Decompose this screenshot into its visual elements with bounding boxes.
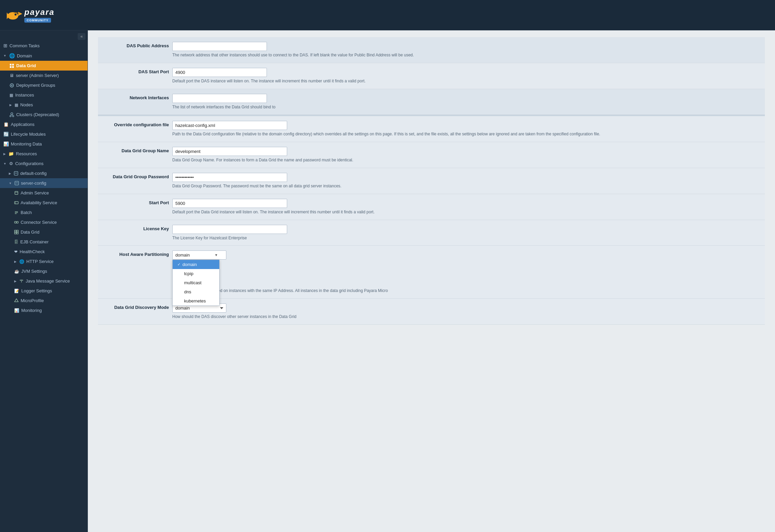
input-data-grid-group-password[interactable] bbox=[172, 173, 287, 182]
sidebar-item-jvm-settings[interactable]: ☕ JVM Settings bbox=[0, 266, 88, 276]
input-das-start-port[interactable] bbox=[172, 68, 267, 77]
sidebar-item-deployment-groups[interactable]: Deployment Groups bbox=[0, 80, 88, 90]
datagrid2-icon bbox=[14, 230, 19, 234]
dropdown-option-domain[interactable]: ✓ domain bbox=[173, 260, 219, 269]
sidebar-item-server-config[interactable]: ▼ server-config bbox=[0, 178, 88, 188]
host-aware-partitioning-dropdown-list: ✓ domain tcpip multicast bbox=[172, 260, 220, 306]
sidebar-item-data-grid[interactable]: Data Grid bbox=[0, 61, 88, 71]
logo-text: payara COMMUNITY bbox=[7, 7, 54, 23]
input-network-interfaces[interactable] bbox=[172, 94, 267, 103]
sidebar-item-java-message-service[interactable]: ▶ Java Message Service bbox=[0, 276, 88, 286]
brand-name: payara bbox=[24, 7, 54, 17]
field-area-data-grid-group-password: Data Grid Group Password. The password m… bbox=[172, 173, 761, 189]
config-item-icon bbox=[14, 171, 18, 176]
form-row-data-grid-group-name: Data Grid Group Name Data Grid Group Nam… bbox=[98, 142, 765, 168]
label-das-public-address: DAS Public Address bbox=[98, 42, 172, 48]
main-layout: « ⊞ Common Tasks ▼ 🌐 Domain Data Grid 🖥 … bbox=[0, 30, 775, 532]
form-row-override-config: Override configuration file Path to the … bbox=[98, 116, 765, 142]
sidebar-item-default-config[interactable]: ▶ default-config bbox=[0, 168, 88, 178]
batch-icon bbox=[14, 210, 19, 215]
sidebar-item-admin-service[interactable]: Admin Service bbox=[0, 188, 88, 198]
avail-service-icon bbox=[14, 201, 19, 205]
desc-start-port: Default port the Data Grid instance will… bbox=[172, 209, 761, 215]
svg-rect-7 bbox=[12, 66, 14, 68]
form-row-das-start-port: DAS Start Port Default port the DAS inst… bbox=[98, 63, 765, 89]
sidebar-item-logger-settings[interactable]: 📝 Logger Settings bbox=[0, 286, 88, 296]
field-area-host-aware-partitioning: domain ▼ ✓ domain tcpip bbox=[172, 250, 761, 294]
header: payara COMMUNITY bbox=[0, 0, 775, 30]
input-das-public-address[interactable] bbox=[172, 42, 267, 51]
svg-rect-4 bbox=[10, 64, 11, 65]
svg-rect-31 bbox=[15, 232, 16, 234]
sidebar-item-configurations[interactable]: ▼ ⚙ Configurations bbox=[0, 159, 88, 168]
sidebar-item-availability-service[interactable]: Availability Service bbox=[0, 198, 88, 208]
form-row-data-grid-group-password: Data Grid Group Password Data Grid Group… bbox=[98, 168, 765, 194]
input-license-key[interactable] bbox=[172, 225, 287, 234]
field-area-data-grid-discovery-mode: domain tcpip multicast dns kubernetes Ho… bbox=[172, 303, 761, 320]
datagrid-icon bbox=[9, 63, 14, 68]
sidebar-item-server-admin[interactable]: 🖥 server (Admin Server) bbox=[0, 71, 88, 80]
host-aware-partitioning-selected[interactable]: domain ▼ bbox=[172, 250, 226, 260]
sidebar-item-common-tasks[interactable]: ⊞ Common Tasks bbox=[0, 41, 88, 51]
cluster-icon bbox=[9, 112, 14, 117]
form-row-license-key: License Key The License Key for Hazelcas… bbox=[98, 220, 765, 246]
sidebar: « ⊞ Common Tasks ▼ 🌐 Domain Data Grid 🖥 … bbox=[0, 30, 88, 532]
form-row-start-port: Start Port Default port the Data Grid in… bbox=[98, 194, 765, 220]
server-config-icon bbox=[15, 181, 19, 185]
jms-icon bbox=[19, 279, 24, 283]
sidebar-item-ejb-container[interactable]: 🗄 EJB Container bbox=[0, 237, 88, 247]
desc-data-grid-discovery-mode: How should the DAS discover other server… bbox=[172, 314, 761, 320]
community-badge: COMMUNITY bbox=[24, 18, 51, 23]
sidebar-item-batch[interactable]: Batch bbox=[0, 208, 88, 217]
desc-license-key: The License Key for Hazelcast Enterprise bbox=[172, 235, 761, 241]
sidebar-item-applications[interactable]: 📋 Applications bbox=[0, 119, 88, 129]
dropdown-option-multicast[interactable]: multicast bbox=[173, 278, 219, 287]
desc-das-public-address: The network address that other instances… bbox=[172, 52, 761, 58]
desc-data-grid-group-name: Data Grid Group Name. For instances to f… bbox=[172, 157, 761, 163]
desc-host-aware-partitioning: a backups will not be stored on instance… bbox=[172, 288, 761, 294]
sidebar-item-clusters[interactable]: Clusters (Deprecated) bbox=[0, 110, 88, 119]
input-start-port[interactable] bbox=[172, 199, 287, 208]
dropdown-option-tcpip[interactable]: tcpip bbox=[173, 269, 219, 278]
label-override-config: Override configuration file bbox=[98, 121, 172, 127]
field-area-start-port: Default port the Data Grid instance will… bbox=[172, 199, 761, 215]
desc-data-grid-group-password: Data Grid Group Password. The password m… bbox=[172, 183, 761, 189]
host-aware-partitioning-dropdown-container: domain ▼ ✓ domain tcpip bbox=[172, 250, 761, 260]
svg-point-2 bbox=[15, 14, 17, 16]
input-override-config[interactable] bbox=[172, 121, 287, 130]
svg-point-12 bbox=[12, 115, 14, 117]
sidebar-item-monitoring[interactable]: 📊 Monitoring bbox=[0, 305, 88, 315]
dropdown-option-kubernetes[interactable]: kubernetes bbox=[173, 296, 219, 305]
sidebar-item-microprofile[interactable]: MicroProfile bbox=[0, 296, 88, 305]
svg-rect-32 bbox=[17, 232, 18, 234]
sidebar-item-data-grid-config[interactable]: Data Grid bbox=[0, 227, 88, 237]
form-row-host-aware-partitioning: Host Aware Partitioning domain ▼ ✓ domai… bbox=[98, 246, 765, 299]
sidebar-item-lifecycle-modules[interactable]: 🔄 Lifecycle Modules bbox=[0, 129, 88, 139]
field-area-license-key: The License Key for Hazelcast Enterprise bbox=[172, 225, 761, 241]
sidebar-item-http-service[interactable]: ▶ 🌐 HTTP Service bbox=[0, 257, 88, 266]
form-row-network-interfaces: Network Interfaces The list of network i… bbox=[98, 89, 765, 115]
sidebar-item-domain[interactable]: ▼ 🌐 Domain bbox=[0, 51, 88, 61]
input-data-grid-group-name[interactable] bbox=[172, 147, 287, 156]
field-area-das-public-address: The network address that other instances… bbox=[172, 42, 761, 58]
label-data-grid-discovery-mode: Data Grid Discovery Mode bbox=[98, 303, 172, 310]
desc-override-config: Path to the Data Grid configuration file… bbox=[172, 131, 761, 137]
desc-das-start-port: Default port the DAS instance will liste… bbox=[172, 78, 761, 84]
sidebar-item-instances[interactable]: ▦ Instances bbox=[0, 90, 88, 100]
admin-service-icon bbox=[14, 191, 19, 195]
label-network-interfaces: Network Interfaces bbox=[98, 94, 172, 100]
sidebar-item-resources[interactable]: ▶ 📁 Resources bbox=[0, 149, 88, 159]
sidebar-item-healthcheck[interactable]: ❤ HealthCheck bbox=[0, 247, 88, 257]
dropdown-option-dns[interactable]: dns bbox=[173, 287, 219, 296]
sidebar-collapse-button[interactable]: « bbox=[78, 33, 85, 40]
sidebar-item-nodes[interactable]: ▶ ▦ Nodes bbox=[0, 100, 88, 110]
label-data-grid-group-password: Data Grid Group Password bbox=[98, 173, 172, 179]
svg-point-11 bbox=[10, 115, 11, 117]
label-start-port: Start Port bbox=[98, 199, 172, 205]
sidebar-item-monitoring-data[interactable]: 📊 Monitoring Data bbox=[0, 139, 88, 149]
svg-line-13 bbox=[10, 115, 12, 115]
label-license-key: License Key bbox=[98, 225, 172, 231]
form-row-das-public-address: DAS Public Address The network address t… bbox=[98, 37, 765, 63]
svg-rect-18 bbox=[16, 183, 18, 183]
sidebar-item-connector-service[interactable]: Connector Service bbox=[0, 217, 88, 227]
